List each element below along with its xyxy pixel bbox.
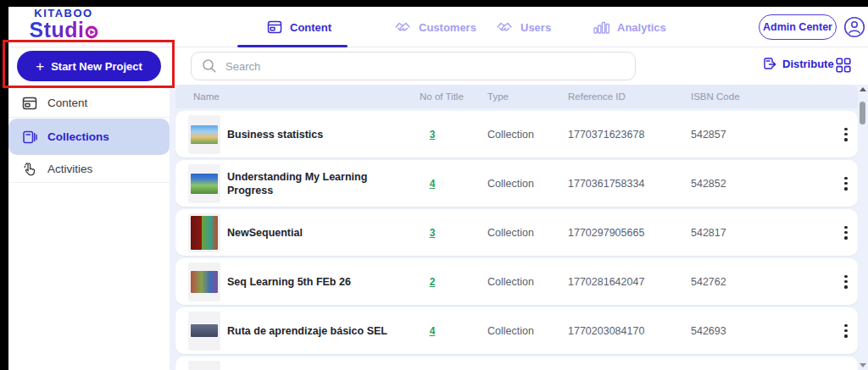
row-actions-menu[interactable] <box>839 225 853 240</box>
tab-content[interactable]: Content <box>267 14 331 40</box>
profile-button[interactable] <box>843 16 865 38</box>
content-icon <box>267 19 282 35</box>
start-new-project-button[interactable]: + Start New Project <box>17 51 161 81</box>
hand-pointer-icon <box>22 162 37 177</box>
row-name: Seq Learning 5th FEb 26 <box>227 274 397 288</box>
row-actions-menu[interactable] <box>839 274 853 290</box>
row-type: Collection <box>487 325 534 337</box>
scroll-up-arrow-icon[interactable] <box>860 87 866 91</box>
row-thumbnail-frame <box>188 262 220 301</box>
tab-label: Analytics <box>617 21 666 34</box>
distribute-icon <box>763 57 776 70</box>
row-name: Understanding My Learning Progress <box>227 169 397 197</box>
row-thumbnail-frame <box>188 213 220 252</box>
tab-label: Users <box>520 21 551 34</box>
table-row[interactable]: Business statistics 3 Collection 1770371… <box>175 111 858 157</box>
row-title-count-link[interactable]: 3 <box>415 227 449 239</box>
table-viewport: NameNo of TitleTypeReference IDISBN Code… <box>170 85 868 370</box>
sidebar-item-collections[interactable]: Collections <box>8 119 170 155</box>
row-thumbnail <box>191 125 218 144</box>
row-actions-menu[interactable] <box>839 127 853 142</box>
tab-label: Customers <box>419 21 476 34</box>
sidebar-item-label: Activities <box>47 163 92 175</box>
content-icon <box>22 96 37 111</box>
table-header-row: NameNo of TitleTypeReference IDISBN Code <box>175 85 858 108</box>
logo-studio-text: Studi <box>30 18 98 41</box>
row-isbn: 542852 <box>691 178 726 190</box>
row-type: Collection <box>487 276 534 288</box>
distribute-button[interactable]: Distribute <box>763 57 834 70</box>
tab-analytics[interactable]: Analytics <box>593 14 666 40</box>
column-header: Type <box>487 91 509 102</box>
handshake-icon <box>394 20 411 34</box>
toolbar: Distribute <box>170 47 868 85</box>
row-name: Business statistics <box>227 127 397 141</box>
sidebar-item-content[interactable]: Content <box>8 89 170 118</box>
sidebar: + Start New Project Content Collections … <box>8 47 170 370</box>
table-row-partial[interactable] <box>175 356 858 370</box>
row-thumbnail-frame <box>188 115 220 154</box>
row-actions-menu[interactable] <box>839 323 853 339</box>
kitaboo-studio-logo: KITABOO Studi <box>8 8 119 41</box>
row-type: Collection <box>487 178 534 190</box>
top-header: KITABOO Studi Content Customers Users An… <box>8 7 868 47</box>
admin-center-label: Admin Center <box>763 21 832 33</box>
table-row[interactable]: Seq Learning 5th FEb 26 2 Collection 177… <box>175 258 858 305</box>
column-header: Reference ID <box>568 91 626 102</box>
row-reference-id: 1770281642047 <box>568 276 644 288</box>
sidebar-item-label: Content <box>47 97 87 109</box>
row-thumbnail-frame <box>188 312 220 351</box>
distribute-label: Distribute <box>782 58 834 70</box>
row-name: Ruta de aprendizaje básico SEL <box>227 323 397 337</box>
vertical-scrollbar[interactable] <box>859 85 867 370</box>
table-row[interactable]: NewSequential 3 Collection 1770297905665… <box>175 209 858 256</box>
tab-users[interactable]: Users <box>496 14 551 40</box>
main-panel: Distribute NameNo of TitleTypeReference … <box>170 47 868 370</box>
row-name: NewSequential <box>227 225 397 239</box>
grid-view-icon[interactable] <box>836 58 851 73</box>
row-thumbnail <box>191 174 218 194</box>
scroll-down-arrow-icon[interactable] <box>860 363 866 367</box>
row-thumbnail <box>191 324 218 337</box>
row-type: Collection <box>487 129 534 141</box>
row-thumbnail-frame <box>188 164 220 203</box>
row-title-count-link[interactable]: 4 <box>415 178 449 190</box>
bar-chart-icon <box>593 20 609 34</box>
handshake-icon <box>496 20 513 34</box>
table-row[interactable]: Ruta de aprendizaje básico SEL 4 Collect… <box>175 307 858 354</box>
scrollbar-thumb[interactable] <box>860 102 865 124</box>
row-title-count-link[interactable]: 4 <box>415 325 449 337</box>
collections-icon <box>22 130 37 145</box>
tab-label: Content <box>290 21 331 34</box>
row-isbn: 542693 <box>691 325 726 337</box>
search-icon <box>202 58 217 74</box>
row-isbn: 542762 <box>691 276 726 288</box>
row-isbn: 542817 <box>691 227 726 239</box>
row-type: Collection <box>487 227 534 239</box>
row-title-count-link[interactable]: 2 <box>415 276 449 288</box>
sidebar-item-activities[interactable]: Activities <box>8 156 170 183</box>
row-isbn: 542857 <box>691 129 726 141</box>
table-row[interactable]: Understanding My Learning Progress 4 Col… <box>175 160 858 207</box>
start-new-project-label: Start New Project <box>51 60 142 73</box>
row-reference-id: 1770203084170 <box>568 325 644 337</box>
sidebar-item-label: Collections <box>47 130 109 143</box>
plus-icon: + <box>36 59 44 74</box>
person-circle-icon <box>843 16 865 38</box>
row-title-count-link[interactable]: 3 <box>415 129 449 141</box>
row-actions-menu[interactable] <box>839 176 853 191</box>
app-window: KITABOO Studi Content Customers Users An… <box>8 7 868 370</box>
play-icon <box>85 25 98 39</box>
row-thumbnail <box>191 216 218 250</box>
tab-customers[interactable]: Customers <box>394 14 476 40</box>
column-header: No of Title <box>420 91 464 102</box>
admin-center-button[interactable]: Admin Center <box>759 14 837 40</box>
row-thumbnail-frame <box>188 361 220 370</box>
column-header: Name <box>193 91 220 102</box>
search-input[interactable] <box>225 60 635 73</box>
row-reference-id: 1770361758334 <box>568 178 644 190</box>
search-box <box>191 52 636 80</box>
row-reference-id: 1770371623678 <box>568 129 644 141</box>
column-header: ISBN Code <box>691 91 740 102</box>
row-thumbnail <box>191 271 218 293</box>
